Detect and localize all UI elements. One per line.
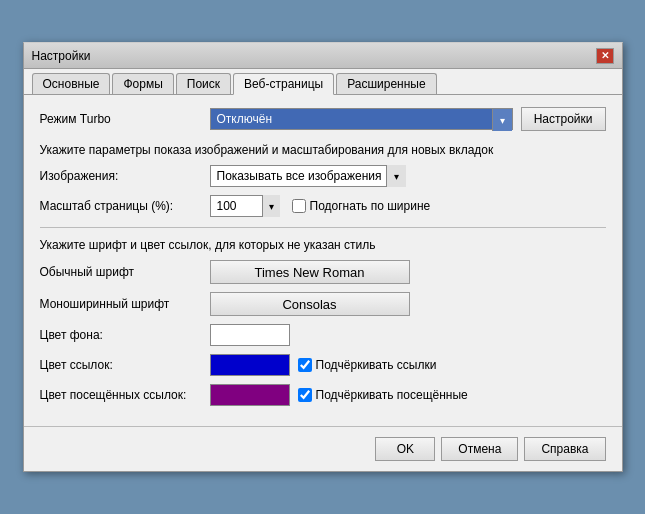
- close-button[interactable]: ✕: [596, 48, 614, 64]
- tab-formy[interactable]: Формы: [112, 73, 173, 94]
- tab-web[interactable]: Веб-страницы: [233, 73, 334, 95]
- underline-visited-checkbox[interactable]: [298, 388, 312, 402]
- footer: OK Отмена Справка: [24, 426, 622, 471]
- tab-poisk[interactable]: Поиск: [176, 73, 231, 94]
- normal-font-row: Обычный шрифт Times New Roman: [40, 260, 606, 284]
- scale-select[interactable]: 100 ▾: [210, 195, 280, 217]
- scale-select-wrapper: 100 ▾: [210, 195, 280, 217]
- fonts-section-desc: Укажите шрифт и цвет ссылок, для которых…: [40, 238, 606, 252]
- turbo-value: Отключён: [217, 112, 273, 126]
- images-select[interactable]: Показывать все изображения ▾: [210, 165, 407, 187]
- images-dropdown-arrow[interactable]: ▾: [386, 165, 406, 187]
- scale-controls: 100 ▾ Подогнать по ширине: [210, 195, 431, 217]
- underline-links-row: Подчёркивать ссылки: [298, 358, 437, 372]
- fit-width-label: Подогнать по ширине: [310, 199, 431, 213]
- scale-label: Масштаб страницы (%):: [40, 199, 210, 213]
- turbo-row: Режим Turbo Отключён ▾ Настройки: [40, 107, 606, 131]
- turbo-select[interactable]: Отключён ▾: [210, 108, 513, 130]
- bg-color-picker[interactable]: [210, 324, 290, 346]
- link-color-row: Цвет ссылок: Подчёркивать ссылки: [40, 354, 606, 376]
- images-select-wrapper: Показывать все изображения ▾: [210, 165, 407, 187]
- mono-font-label: Моноширинный шрифт: [40, 297, 210, 311]
- title-bar: Настройки ✕: [24, 43, 622, 69]
- images-row: Изображения: Показывать все изображения …: [40, 165, 606, 187]
- visited-color-picker[interactable]: [210, 384, 290, 406]
- underline-visited-label: Подчёркивать посещённые: [316, 388, 468, 402]
- scale-row: Масштаб страницы (%): 100 ▾ Подогнать по…: [40, 195, 606, 217]
- tab-osnov[interactable]: Основные: [32, 73, 111, 94]
- tab-content: Режим Turbo Отключён ▾ Настройки Укажите…: [24, 95, 622, 426]
- underline-visited-row: Подчёркивать посещённые: [298, 388, 468, 402]
- visited-color-row: Цвет посещённых ссылок: Подчёркивать пос…: [40, 384, 606, 406]
- section-separator: [40, 227, 606, 228]
- bg-color-label: Цвет фона:: [40, 328, 210, 342]
- link-color-picker[interactable]: [210, 354, 290, 376]
- link-color-label: Цвет ссылок:: [40, 358, 210, 372]
- tab-bar: Основные Формы Поиск Веб-страницы Расшир…: [24, 69, 622, 95]
- mono-font-button[interactable]: Consolas: [210, 292, 410, 316]
- underline-links-label: Подчёркивать ссылки: [316, 358, 437, 372]
- settings-window: Настройки ✕ Основные Формы Поиск Веб-стр…: [23, 42, 623, 472]
- turbo-dropdown-arrow[interactable]: ▾: [492, 109, 512, 131]
- normal-font-label: Обычный шрифт: [40, 265, 210, 279]
- help-button[interactable]: Справка: [524, 437, 605, 461]
- fit-width-row: Подогнать по ширине: [292, 199, 431, 213]
- cancel-button[interactable]: Отмена: [441, 437, 518, 461]
- bg-color-row: Цвет фона:: [40, 324, 606, 346]
- visited-color-label: Цвет посещённых ссылок:: [40, 388, 210, 402]
- mono-font-row: Моноширинный шрифт Consolas: [40, 292, 606, 316]
- images-section-desc: Укажите параметры показа изображений и м…: [40, 143, 606, 157]
- window-title: Настройки: [32, 49, 91, 63]
- underline-links-checkbox[interactable]: [298, 358, 312, 372]
- fit-width-checkbox[interactable]: [292, 199, 306, 213]
- turbo-label: Режим Turbo: [40, 112, 210, 126]
- normal-font-button[interactable]: Times New Roman: [210, 260, 410, 284]
- images-label: Изображения:: [40, 169, 210, 183]
- scale-dropdown-arrow[interactable]: ▾: [262, 195, 280, 217]
- images-value: Показывать все изображения: [217, 169, 382, 183]
- turbo-select-wrapper: Отключён ▾: [210, 108, 513, 130]
- turbo-settings-button[interactable]: Настройки: [521, 107, 606, 131]
- ok-button[interactable]: OK: [375, 437, 435, 461]
- scale-value: 100: [217, 199, 237, 213]
- tab-rassh[interactable]: Расширенные: [336, 73, 437, 94]
